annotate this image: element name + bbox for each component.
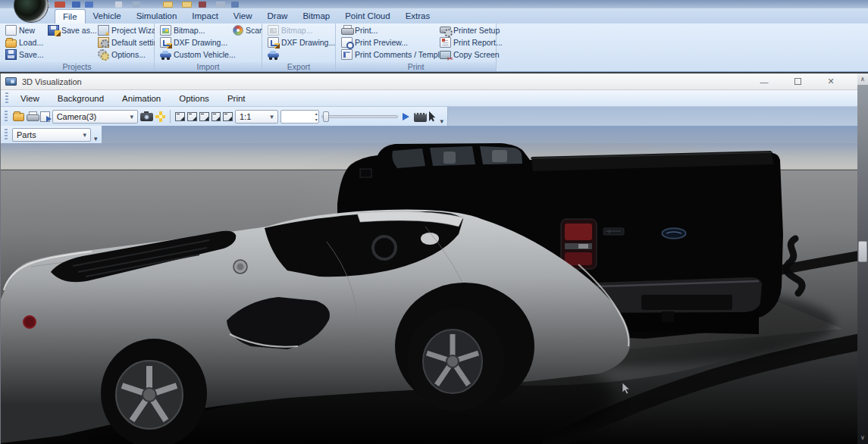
tab-point-cloud[interactable]: Point Cloud: [337, 9, 397, 23]
print-report-icon: [440, 37, 451, 48]
toolbar-grip[interactable]: [5, 129, 8, 141]
tab-view[interactable]: View: [226, 9, 260, 23]
minimize-button[interactable]: —: [753, 75, 776, 89]
tab-file[interactable]: File: [55, 9, 86, 23]
slider-track: [321, 115, 398, 118]
qat-icon[interactable]: [231, 2, 239, 8]
center-view-icon[interactable]: [155, 111, 166, 122]
project-wizard-icon: [98, 25, 109, 36]
ribbon-tab-bar: File Vehicle Simulation Impact View Draw…: [0, 8, 868, 23]
scene-render: [1, 143, 857, 444]
parts-select[interactable]: Parts: [12, 128, 91, 142]
camera-icon[interactable]: [140, 113, 153, 121]
printer-setup-button[interactable]: Printer Setup: [437, 24, 505, 36]
slider-handle[interactable]: [323, 111, 329, 122]
qat-icon[interactable]: [133, 2, 140, 8]
default-settings-icon: [98, 37, 109, 48]
qat-icon[interactable]: [72, 2, 80, 8]
view-iso-left-icon[interactable]: [212, 112, 221, 121]
open-view-icon[interactable]: [13, 113, 24, 121]
menu-background[interactable]: Background: [49, 92, 113, 105]
print-preview-button[interactable]: Print Preview...: [339, 36, 434, 48]
export-bitmap-button[interactable]: Bitmap...: [265, 24, 337, 36]
scroll-down-icon[interactable]: ∨: [857, 433, 868, 442]
toolbar-separator: [170, 110, 171, 124]
import-dxf-button[interactable]: DXF Drawing...: [158, 36, 227, 48]
close-button[interactable]: ✕: [819, 75, 842, 89]
menu-grip[interactable]: [5, 92, 8, 105]
tab-draw[interactable]: Draw: [260, 9, 296, 23]
print-view-icon[interactable]: [27, 111, 38, 122]
tab-vehicle[interactable]: Vehicle: [86, 9, 129, 23]
save-button[interactable]: Save...: [3, 48, 42, 61]
qat-icon[interactable]: [182, 2, 192, 8]
3d-viewport[interactable]: [1, 143, 857, 444]
qat-icon[interactable]: [163, 2, 173, 8]
print-comments-button[interactable]: Print Comments / Template: [339, 48, 434, 61]
qat-icon[interactable]: [216, 2, 225, 8]
print-report-button[interactable]: Print Report...: [437, 36, 505, 48]
quick-access-toolbar[interactable]: [0, 0, 868, 8]
custom-vehicle-button[interactable]: Custom Vehicle...: [158, 48, 227, 61]
toolbar-overflow-icon[interactable]: ▾: [92, 135, 99, 143]
view-front-icon[interactable]: [187, 112, 197, 121]
vehicle-export-icon: [268, 49, 279, 60]
animation-slider[interactable]: [321, 110, 398, 124]
ribbon: New Load... Save... Save as... Project W…: [0, 23, 868, 72]
3d-visualization-window: 3D Visualization — ✕ View Background Ani…: [0, 73, 857, 444]
pointer-tool-icon[interactable]: [429, 111, 437, 122]
application-window: File Vehicle Simulation Impact View Draw…: [0, 0, 868, 444]
zoom-select[interactable]: 1:1: [235, 110, 278, 124]
menu-view[interactable]: View: [11, 92, 49, 105]
print-icon: [341, 25, 353, 36]
qat-icon[interactable]: [85, 2, 93, 8]
qat-icon[interactable]: [115, 2, 122, 8]
copy-screen-button[interactable]: Copy Screen: [437, 48, 505, 61]
truck-window: [392, 149, 425, 168]
record-animation-icon[interactable]: [414, 113, 427, 122]
menu-print[interactable]: Print: [218, 92, 255, 105]
load-button[interactable]: Load...: [3, 36, 42, 48]
qat-icon[interactable]: [55, 2, 65, 8]
print-button[interactable]: Print...: [339, 24, 434, 36]
view-side-icon[interactable]: [199, 112, 209, 121]
scrollbar-thumb[interactable]: [858, 241, 867, 262]
toolbar-overflow-icon[interactable]: ▾: [438, 117, 445, 126]
scan-icon: [233, 25, 243, 36]
new-file-icon: [5, 25, 17, 36]
bitmap-icon: [160, 25, 171, 36]
ribbon-empty-area: [497, 23, 868, 72]
menu-options[interactable]: Options: [170, 92, 218, 105]
tab-simulation[interactable]: Simulation: [129, 9, 185, 23]
maximize-icon: [794, 78, 801, 85]
export-dxf-button[interactable]: DXF Drawing...: [265, 36, 337, 48]
ribbon-group-import: Bitmap... DXF Drawing... Custom Vehicle.…: [155, 23, 262, 72]
truck-mirror: [360, 169, 371, 177]
ribbon-group-export: Bitmap... DXF Drawing... Export: [262, 23, 336, 72]
save-as-button[interactable]: Save as...: [45, 24, 92, 36]
view-top-icon[interactable]: [175, 112, 185, 121]
qat-icon[interactable]: [199, 2, 206, 8]
camera-select[interactable]: Camera(3): [52, 110, 138, 124]
tab-bitmap[interactable]: Bitmap: [295, 9, 337, 23]
window-title: 3D Visualization: [22, 77, 82, 86]
play-icon[interactable]: [403, 113, 409, 120]
tab-impact[interactable]: Impact: [184, 9, 226, 23]
export-view-icon[interactable]: [40, 111, 50, 122]
window-title-bar[interactable]: 3D Visualization — ✕: [1, 73, 857, 90]
import-bitmap-button[interactable]: Bitmap...: [158, 24, 227, 36]
scroll-up-icon[interactable]: ∧: [857, 73, 868, 85]
frame-spinner[interactable]: [280, 110, 319, 124]
options-icon: [98, 49, 109, 60]
vertical-scrollbar[interactable]: ∧ ∨: [857, 73, 868, 444]
tab-extras[interactable]: Extras: [398, 9, 438, 23]
new-button[interactable]: New: [3, 24, 42, 36]
toolbar-grip[interactable]: [5, 111, 8, 123]
menu-animation[interactable]: Animation: [113, 92, 170, 105]
ribbon-group-print: Print... Print Preview... Print Comments…: [336, 23, 497, 72]
save-icon: [5, 49, 17, 60]
maximize-button[interactable]: [786, 75, 809, 89]
export-vehicle-button[interactable]: [265, 48, 337, 61]
parts-toolbar: Parts ▾: [1, 126, 857, 143]
view-iso-right-icon[interactable]: [223, 112, 233, 121]
